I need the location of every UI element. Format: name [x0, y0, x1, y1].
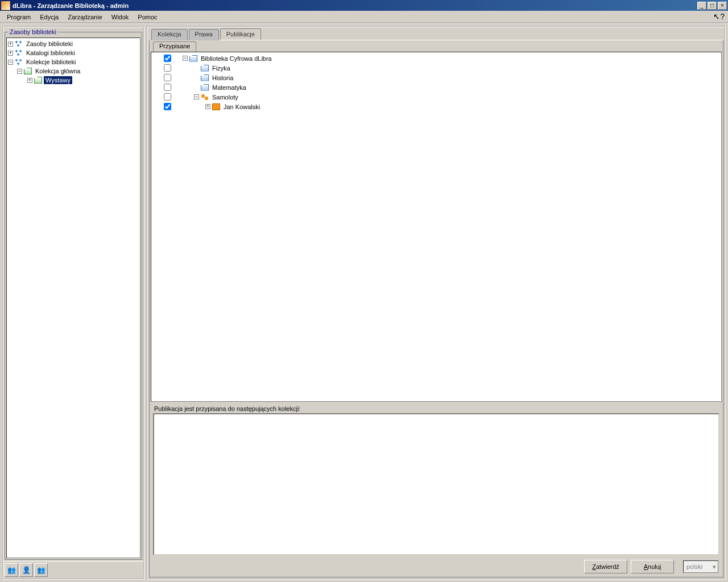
- assignment-label: Jan Kowalski: [222, 103, 262, 111]
- tree-row[interactable]: − Kolekcje biblioteki: [8, 57, 139, 66]
- assignment-checkbox[interactable]: [164, 84, 171, 91]
- folder-open-icon: [24, 68, 32, 74]
- assignment-label: Matematyka: [210, 84, 248, 92]
- book-icon: [212, 103, 220, 110]
- folder-blue-icon: [201, 84, 209, 91]
- button-row: Zatwierdź Anuluj polski ▾: [151, 558, 722, 576]
- collapse-icon[interactable]: −: [194, 94, 199, 99]
- title-bar: dLibra - Zarządzanie Biblioteką - admin …: [0, 0, 728, 11]
- context-help-icon[interactable]: ↖?: [713, 12, 725, 21]
- app-icon: [1, 1, 10, 10]
- menu-pomoc[interactable]: Pomoc: [133, 13, 162, 22]
- assignment-row[interactable]: +Jan Kowalski: [152, 102, 720, 111]
- assignment-checkbox[interactable]: [164, 55, 171, 62]
- tree-label: Wystawy: [44, 76, 72, 84]
- folder-blue-icon: [201, 65, 209, 72]
- user-icon[interactable]: 👤: [19, 563, 33, 577]
- tree-row[interactable]: − Kolekcja główna: [8, 66, 139, 76]
- tree-row[interactable]: + Katalogi biblioteki: [8, 48, 139, 57]
- folder-blue-icon: [201, 74, 209, 81]
- sidebar: Zasoby biblioteki + Zasoby biblioteki + …: [2, 26, 144, 580]
- assignment-checkbox[interactable]: [164, 64, 171, 72]
- users-group-icon[interactable]: 👥: [34, 563, 48, 577]
- menu-zarzadzanie[interactable]: Zarządzanie: [63, 13, 107, 22]
- assignment-label: Samoloty: [210, 93, 240, 101]
- assignment-tree[interactable]: −Biblioteka Cyfrowa dLibraFizykaHistoria…: [151, 52, 722, 402]
- tree-label: Zasoby biblioteki: [24, 40, 75, 48]
- group-icon: [201, 94, 209, 101]
- expand-icon[interactable]: +: [27, 78, 32, 83]
- tab-kolekcja[interactable]: Kolekcja: [151, 29, 188, 40]
- close-button[interactable]: ×: [718, 2, 727, 10]
- tab-publikacje[interactable]: Publikacje: [220, 28, 261, 40]
- assignment-row[interactable]: Fizyka: [152, 63, 720, 73]
- assignment-row[interactable]: Historia: [152, 73, 720, 82]
- language-label: polski: [686, 563, 702, 570]
- assignment-checkbox[interactable]: [164, 93, 171, 101]
- sidebar-legend: Zasoby biblioteki: [9, 28, 57, 35]
- assignment-label: Historia: [210, 74, 235, 82]
- tree-spacer: [194, 65, 199, 70]
- cancel-button[interactable]: Anuluj: [631, 560, 674, 573]
- library-tree[interactable]: + Zasoby biblioteki + Katalogi bibliotek…: [6, 38, 140, 558]
- folder-blue-icon: [189, 55, 197, 62]
- subtab-row: Przypisane: [153, 41, 722, 52]
- ok-button[interactable]: Zatwierdź: [584, 560, 627, 573]
- assignment-checkbox[interactable]: [164, 103, 171, 110]
- expand-icon[interactable]: +: [8, 51, 13, 56]
- tab-row: Kolekcja Prawa Publikacje: [151, 28, 723, 40]
- expand-icon[interactable]: +: [205, 104, 210, 109]
- assignment-row[interactable]: −Samoloty: [152, 92, 720, 102]
- chevron-down-icon: ▾: [713, 563, 716, 571]
- tree-spacer: [194, 85, 199, 90]
- assignment-summary-label: Publikacja jest przypisana do następując…: [154, 405, 722, 412]
- tab-panel-publikacje: Przypisane −Biblioteka Cyfrowa dLibraFiz…: [149, 40, 723, 577]
- menu-widok[interactable]: Widok: [107, 13, 134, 22]
- tree-label: Kolekcje biblioteki: [24, 58, 77, 66]
- nodes-icon: [15, 40, 23, 47]
- assignment-checkbox[interactable]: [164, 74, 171, 81]
- tree-row-selected[interactable]: + Wystawy: [8, 76, 139, 85]
- users-red-icon[interactable]: 👥: [5, 563, 18, 577]
- tree-label: Kolekcja główna: [34, 67, 82, 75]
- language-combo[interactable]: polski ▾: [683, 560, 718, 573]
- folder-open-icon: [34, 77, 42, 84]
- tree-spacer: [194, 75, 199, 80]
- nodes-icon: [15, 59, 23, 65]
- nodes-icon: [15, 49, 23, 56]
- window-title: dLibra - Zarządzanie Biblioteką - admin: [13, 2, 696, 9]
- assignment-row[interactable]: −Biblioteka Cyfrowa dLibra: [152, 53, 720, 63]
- assignment-summary-area: [153, 413, 719, 555]
- minimize-button[interactable]: _: [697, 2, 706, 10]
- tree-row[interactable]: + Zasoby biblioteki: [8, 39, 139, 48]
- subtab-przypisane[interactable]: Przypisane: [153, 41, 196, 52]
- collapse-icon[interactable]: −: [8, 60, 13, 65]
- collapse-icon[interactable]: −: [17, 69, 22, 74]
- menu-edycja[interactable]: Edycja: [35, 13, 63, 22]
- sidebar-toolbar: 👥 👤 👥: [3, 561, 143, 579]
- menu-program[interactable]: Program: [2, 13, 35, 22]
- expand-icon[interactable]: +: [8, 41, 13, 47]
- collapse-icon[interactable]: −: [183, 56, 188, 61]
- assignment-label: Biblioteka Cyfrowa dLibra: [199, 55, 274, 63]
- tab-prawa[interactable]: Prawa: [189, 29, 219, 40]
- maximize-button[interactable]: □: [708, 2, 717, 10]
- main-panel: Kolekcja Prawa Publikacje Przypisane −Bi…: [147, 26, 726, 580]
- assignment-row[interactable]: Matematyka: [152, 82, 720, 92]
- tree-label: Katalogi biblioteki: [24, 49, 77, 57]
- menu-bar: Program Edycja Zarządzanie Widok Pomoc ↖…: [0, 11, 728, 23]
- assignment-label: Fizyka: [210, 64, 232, 72]
- sidebar-group: Zasoby biblioteki + Zasoby biblioteki + …: [5, 28, 142, 560]
